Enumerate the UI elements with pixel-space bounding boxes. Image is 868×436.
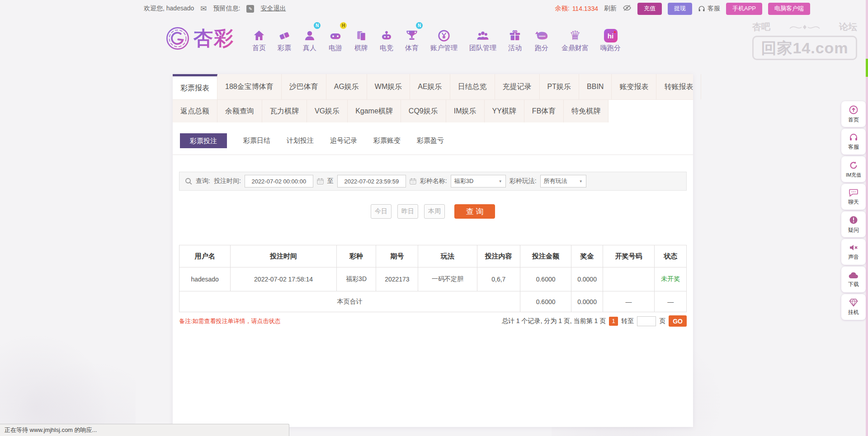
nav-item-hipaofen[interactable]: hi 嗨跑分 [594, 23, 627, 52]
yesterday-button[interactable]: 昨日 [397, 204, 418, 219]
logout-link[interactable]: 安全退出 [260, 5, 286, 13]
play-type-select[interactable]: 所有玩法 ▼ [540, 175, 586, 188]
tab-wali-cards[interactable]: 瓦力棋牌 [262, 100, 307, 122]
page-number-button[interactable]: 1 [609, 317, 618, 326]
tab-saba-sports[interactable]: 沙巴体育 [282, 74, 326, 99]
tab-bbin[interactable]: BBIN [579, 74, 612, 99]
right-quick-sidebar: 首页 客服 IM充值 聊天 疑问 声音 下载 挂机 [841, 101, 866, 320]
tab-ag[interactable]: AG娱乐 [326, 74, 367, 99]
sidebar-item-service[interactable]: 客服 [841, 129, 866, 155]
refresh-link[interactable]: 刷新 [604, 5, 617, 13]
sidebar-item-home[interactable]: 首页 [841, 101, 866, 127]
tab-transfer-report[interactable]: 转账报表 [656, 74, 701, 99]
subtab-bet-records[interactable]: 彩票投注 [180, 133, 227, 148]
tab-yy-cards[interactable]: YY棋牌 [485, 100, 524, 122]
recharge-button[interactable]: 充值 [637, 3, 662, 15]
col-status: 状态 [655, 245, 687, 267]
cell-prize: 0.0000 [571, 267, 603, 291]
tab-daily-summary[interactable]: 日结总览 [450, 74, 495, 99]
tab-rebate-total[interactable]: 返点总额 [173, 100, 217, 122]
customer-service-link[interactable]: 客服 [698, 5, 720, 13]
sidebar-item-sound[interactable]: 声音 [841, 239, 866, 265]
exclamation-circle-icon [849, 215, 859, 225]
tab-188-sports[interactable]: 188金宝博体育 [217, 74, 282, 99]
eye-off-icon[interactable] [623, 5, 632, 13]
cell-issue: 2022173 [376, 267, 418, 291]
tab-wm[interactable]: WM娱乐 [367, 74, 410, 99]
sidebar-item-question[interactable]: 疑问 [841, 211, 866, 237]
col-issue: 期号 [376, 245, 418, 267]
reserved-info-label: 预留信息: [213, 5, 241, 13]
watermark-right-text: 论坛 [839, 21, 857, 33]
hi-app-icon: hi [604, 23, 618, 42]
go-button[interactable]: GO [669, 315, 687, 327]
lottery-select[interactable]: 福彩3D ▼ [451, 175, 506, 188]
time-from-input[interactable] [245, 175, 313, 188]
nav-item-live[interactable]: N 真人 [297, 23, 322, 52]
tab-balance-query[interactable]: 余额查询 [217, 100, 262, 122]
this-week-button[interactable]: 本周 [424, 204, 445, 219]
envelope-icon[interactable]: ✉ [200, 4, 207, 14]
sidebar-item-im-recharge[interactable]: IM充值 [841, 156, 866, 182]
query-bar: 查询: 投注时间: 至 彩种名称: 福彩3D ▼ 彩种玩法: 所有玩法 ▼ [179, 172, 687, 191]
search-icon [185, 178, 192, 185]
nav-item-cards[interactable]: 棋牌 [349, 23, 374, 52]
sidebar-item-chat[interactable]: 聊天 [841, 184, 866, 210]
tab-balance-change[interactable]: 账变报表 [612, 74, 656, 99]
site-logo[interactable]: 杏彩 [165, 25, 234, 52]
nav-item-team[interactable]: 团队管理 [463, 23, 502, 52]
report-tabs-row2: 返点总额 余额查询 瓦力棋牌 VG娱乐 Kgame棋牌 CQ9娱乐 IM娱乐 Y… [173, 100, 693, 122]
tab-temian-cards[interactable]: 特免棋牌 [564, 100, 609, 122]
tab-kgame[interactable]: Kgame棋牌 [348, 100, 401, 122]
search-submit-button[interactable]: 查 询 [454, 204, 495, 219]
sidebar-item-download[interactable]: 下载 [841, 267, 866, 292]
watermark-domain: 回家14.com [752, 36, 857, 60]
tab-deposit-records[interactable]: 充提记录 [495, 74, 540, 99]
cell-status[interactable]: 未开奖 [655, 267, 687, 291]
tab-im[interactable]: IM娱乐 [446, 100, 485, 122]
tab-fb-sports[interactable]: FB体育 [524, 100, 564, 122]
chevron-down-icon: ▼ [579, 179, 583, 183]
to-label: 至 [327, 177, 334, 185]
subtab-chase[interactable]: 追号记录 [330, 136, 357, 145]
cell-lottery: 福彩3D [336, 267, 376, 291]
nav-item-egame[interactable]: H 电游 [322, 23, 349, 52]
pc-client-button[interactable]: 电脑客户端 [768, 3, 810, 15]
tab-ae[interactable]: AE娱乐 [410, 74, 450, 99]
today-button[interactable]: 今日 [371, 204, 392, 219]
footer-draw-dash: — [603, 291, 654, 312]
footer-amount: 0.6000 [520, 291, 571, 312]
calendar-icon[interactable] [317, 178, 324, 185]
time-to-input[interactable] [337, 175, 406, 188]
yen-coin-icon [437, 23, 451, 42]
nav-item-paofen[interactable]: 跑分 [528, 23, 556, 52]
arrow-up-circle-icon [849, 105, 859, 115]
scrollbar-thumb[interactable] [866, 59, 868, 77]
note-pagination-row: 备注:如需查看投注单详情，请点击状态 总计 1 个记录, 分为 1 页, 当前第… [179, 315, 687, 327]
nav-item-activity[interactable]: 活动 [502, 23, 528, 52]
tab-pt[interactable]: PT娱乐 [540, 74, 579, 99]
subtab-plan-bet[interactable]: 计划投注 [287, 136, 314, 145]
nav-item-sports[interactable]: N 体育 [399, 23, 425, 52]
subtab-profit-loss[interactable]: 彩票盈亏 [417, 136, 444, 145]
nav-item-jinding[interactable]: ♛ 金鼎财富 [556, 23, 594, 52]
play-type-label: 彩种玩法: [509, 177, 537, 185]
welcome-text: 欢迎您, hadesado [144, 5, 194, 13]
nav-item-lottery[interactable]: 彩票 [272, 23, 297, 52]
nav-item-esports[interactable]: 电竞 [374, 23, 399, 52]
page-unit-label: 页 [659, 317, 665, 325]
edit-pencil-icon[interactable]: ✎ [246, 5, 254, 13]
tab-cq9[interactable]: CQ9娱乐 [401, 100, 446, 122]
col-username: 用户名 [179, 245, 231, 267]
nav-item-home[interactable]: 首页 [246, 23, 272, 52]
tab-vg[interactable]: VG娱乐 [307, 100, 348, 122]
calendar-icon[interactable] [410, 178, 416, 185]
subtab-daily[interactable]: 彩票日结 [243, 136, 270, 145]
mobile-app-button[interactable]: 手机APP [726, 3, 762, 15]
goto-page-input[interactable] [637, 316, 656, 326]
subtab-account-change[interactable]: 彩票账变 [373, 136, 401, 145]
withdraw-button[interactable]: 提现 [668, 3, 692, 15]
tab-lottery-report[interactable]: 彩票报表 [173, 74, 217, 99]
sidebar-item-hangup[interactable]: 挂机 [841, 294, 866, 320]
nav-item-account[interactable]: 账户管理 [425, 23, 463, 52]
